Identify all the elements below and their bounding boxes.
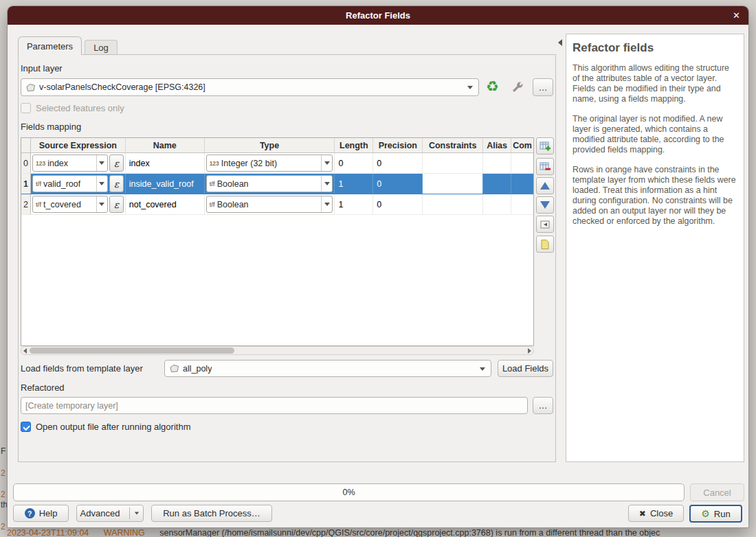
dialog-titlebar[interactable]: Refactor Fields ✕ — [8, 6, 748, 25]
length-cell[interactable]: 1 — [335, 174, 373, 194]
window-close-icon[interactable]: ✕ — [733, 6, 740, 25]
collapse-panel-arrow-icon[interactable] — [558, 39, 562, 46]
comment-cell[interactable] — [511, 194, 533, 214]
help-icon: ? — [25, 508, 35, 518]
row-header[interactable]: 1 — [21, 174, 31, 194]
fields-mapping-label: Fields mapping — [21, 122, 81, 132]
row-header[interactable]: 0 — [21, 153, 31, 173]
reset-fields-button[interactable] — [536, 216, 554, 233]
move-field-down-button[interactable] — [536, 196, 554, 214]
column-header-alias[interactable]: Alias — [483, 138, 511, 152]
source-expression-cell: t/f t_covered ε — [31, 194, 126, 214]
output-browse-button[interactable]: … — [533, 397, 553, 414]
alias-cell[interactable] — [483, 174, 511, 194]
remove-field-button[interactable] — [536, 158, 554, 175]
scrollbar-thumb[interactable] — [30, 347, 234, 354]
source-expression-cell: t/f valid_roof ε — [31, 174, 126, 194]
precision-cell[interactable]: 0 — [373, 174, 423, 194]
table-row: 2 t/f t_covered ε not_covered t/f B — [21, 194, 533, 215]
down-arrow-icon — [540, 201, 550, 209]
precision-cell[interactable]: 0 — [373, 194, 423, 214]
tab-log[interactable]: Log — [85, 40, 118, 55]
length-cell[interactable]: 1 — [335, 194, 373, 214]
name-cell[interactable]: not_covered — [126, 194, 205, 214]
load-fields-from-file-button[interactable] — [536, 236, 554, 253]
column-header-source-expression[interactable]: Source Expression — [31, 138, 126, 152]
alias-cell[interactable] — [483, 194, 511, 214]
refactor-fields-dialog: Refactor Fields ✕ Parameters Log Input l… — [7, 5, 749, 528]
expression-combobox[interactable]: t/f t_covered — [32, 196, 108, 213]
constraints-cell[interactable] — [423, 174, 483, 194]
type-cell: t/f Boolean — [205, 174, 335, 194]
row-header[interactable]: 2 — [21, 194, 31, 214]
log-timestamp: 2023-04-23T11:09:04 — [7, 528, 89, 537]
input-layer-browse-button[interactable]: … — [533, 78, 553, 96]
help-paragraph: Rows in orange have constraints in the t… — [572, 165, 737, 227]
column-header-type[interactable]: Type — [205, 138, 335, 152]
table-row: 0 123 index ε index 123 Integer (32 — [21, 153, 533, 174]
close-button-label: Close — [650, 508, 673, 518]
chevron-down-icon[interactable] — [96, 176, 107, 192]
chevron-down-icon[interactable] — [321, 176, 332, 192]
type-combobox[interactable]: t/f Boolean — [206, 196, 333, 213]
column-header-rownum — [21, 138, 31, 152]
type-combobox[interactable]: t/f Boolean — [206, 175, 333, 192]
boolean-field-icon: t/f — [36, 181, 41, 187]
chevron-down-icon[interactable] — [321, 196, 332, 212]
integer-field-icon: 123 — [36, 160, 45, 167]
column-header-length[interactable]: Length — [335, 138, 373, 152]
log-fragment: 2 — [1, 522, 5, 532]
log-fragment: F — [1, 446, 5, 456]
run-button[interactable]: ⚙ Run — [689, 505, 742, 523]
chevron-down-icon[interactable] — [96, 155, 107, 171]
boolean-field-icon: t/f — [36, 201, 41, 208]
load-fields-button[interactable]: Load Fields — [498, 360, 553, 377]
comment-cell[interactable] — [511, 153, 533, 173]
parameters-panel: Input layer v-solarPanelsCheckCoverage [… — [18, 54, 556, 462]
move-field-up-button[interactable] — [536, 177, 554, 194]
boolean-field-icon: t/f — [210, 181, 215, 187]
column-header-constraints[interactable]: Constraints — [423, 138, 483, 152]
open-output-checkbox[interactable] — [21, 422, 31, 432]
table-horizontal-scrollbar[interactable] — [21, 346, 534, 355]
column-header-name[interactable]: Name — [126, 138, 205, 152]
iterate-over-layer-button[interactable]: ♻ — [486, 79, 499, 94]
up-arrow-icon — [540, 182, 550, 190]
run-as-batch-button[interactable]: Run as Batch Process… — [151, 505, 272, 522]
alias-cell[interactable] — [483, 153, 511, 173]
length-cell[interactable]: 0 — [335, 153, 373, 173]
chevron-down-icon[interactable] — [321, 155, 332, 171]
cancel-button: Cancel — [690, 483, 744, 501]
algorithm-help-panel: Refactor fields This algorithm allows ed… — [566, 34, 744, 462]
type-combobox[interactable]: 123 Integer (32 bit) — [206, 155, 333, 172]
refactored-output-input[interactable]: [Create temporary layer] — [21, 397, 528, 414]
comment-cell[interactable] — [511, 174, 533, 194]
column-header-precision[interactable]: Precision — [373, 138, 423, 152]
column-header-comment[interactable]: Com — [511, 138, 533, 152]
constraints-cell[interactable] — [423, 153, 483, 173]
scroll-left-icon[interactable] — [23, 348, 27, 354]
tab-parameters[interactable]: Parameters — [18, 36, 82, 55]
polygon-layer-icon — [25, 83, 36, 92]
advanced-button-label: Advanced — [80, 508, 120, 518]
close-button[interactable]: ✖ Close — [628, 505, 684, 522]
name-cell[interactable]: index — [126, 153, 205, 173]
advanced-options-button[interactable] — [511, 80, 524, 97]
constraints-cell[interactable] — [423, 194, 483, 214]
advanced-button[interactable]: Advanced — [76, 505, 144, 522]
chevron-down-icon — [467, 86, 473, 89]
expression-builder-button[interactable]: ε — [109, 196, 124, 213]
expression-combobox[interactable]: t/f valid_roof — [32, 175, 108, 192]
add-field-button[interactable] — [536, 137, 554, 155]
precision-cell[interactable]: 0 — [373, 153, 423, 173]
type-cell: 123 Integer (32 bit) — [205, 153, 335, 173]
scroll-right-icon[interactable] — [528, 348, 531, 354]
input-layer-combobox[interactable]: v-solarPanelsCheckCoverage [EPSG:4326] — [21, 78, 479, 96]
help-button[interactable]: ? Help — [13, 505, 69, 522]
expression-combobox[interactable]: 123 index — [32, 155, 108, 172]
template-layer-combobox[interactable]: all_poly — [164, 360, 491, 377]
expression-builder-button[interactable]: ε — [109, 155, 124, 172]
expression-builder-button[interactable]: ε — [109, 175, 124, 192]
chevron-down-icon[interactable] — [96, 196, 107, 212]
name-cell[interactable]: inside_valid_roof — [126, 174, 205, 194]
